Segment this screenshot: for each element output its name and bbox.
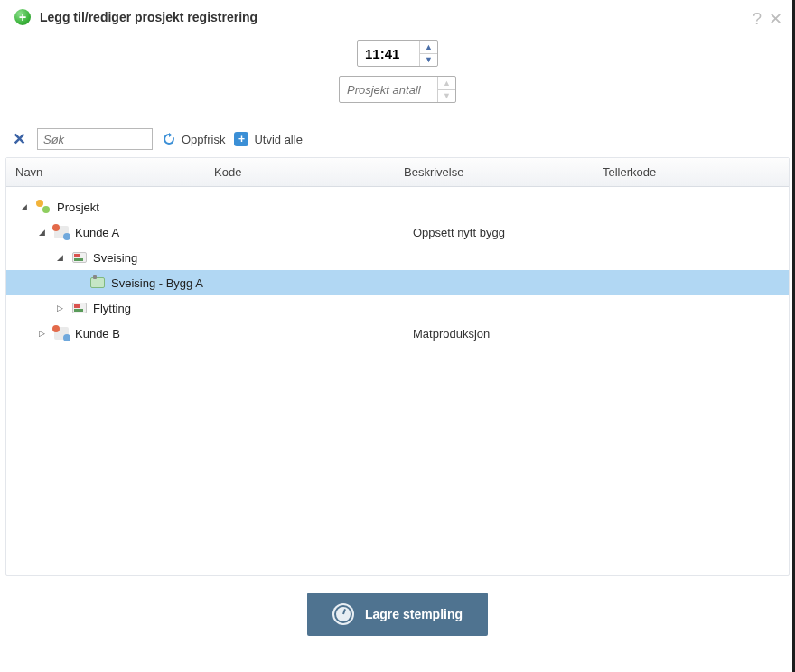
dialog-footer: Lagre stempling	[0, 576, 795, 659]
tree-description: Matproduksjon	[413, 327, 490, 341]
caret-expanded-icon[interactable]: ◢	[39, 228, 48, 237]
help-icon[interactable]: ?	[753, 10, 762, 29]
caret-collapsed-icon[interactable]: ▷	[57, 303, 66, 313]
dialog-title: Legg til/rediger prosjekt registrering	[40, 10, 257, 24]
category-icon	[71, 250, 88, 265]
project-grid: Navn Kode Beskrivelse Tellerkode ◢ Prosj…	[5, 157, 790, 576]
expand-icon: +	[234, 132, 248, 146]
amount-spinner-arrows: ▲ ▼	[437, 77, 455, 102]
tree-label: Sveising - Bygg A	[111, 276, 203, 290]
search-input[interactable]	[37, 128, 153, 150]
refresh-icon	[162, 132, 176, 146]
col-navn[interactable]: Navn	[6, 158, 205, 186]
caret-collapsed-icon[interactable]: ▷	[39, 329, 48, 338]
project-tree: ◢ Prosjekt ◢ Kunde A Oppsett nytt bygg ◢…	[6, 187, 789, 575]
caret-expanded-icon[interactable]: ◢	[57, 253, 66, 262]
tree-description: Oppsett nytt bygg	[413, 226, 505, 239]
tree-label: Prosjekt	[57, 201, 99, 214]
tree-row-prosjekt[interactable]: ◢ Prosjekt	[6, 194, 789, 219]
tree-row-sveising[interactable]: ◢ Sveising	[6, 245, 789, 270]
tree-row-sveising-bygg-a[interactable]: Sveising - Bygg A	[6, 270, 789, 295]
refresh-button[interactable]: Oppfrisk	[162, 132, 225, 146]
time-down-arrow[interactable]: ▼	[420, 53, 437, 67]
customer-icon	[53, 225, 70, 239]
clock-icon	[332, 603, 354, 625]
expand-label: Utvid alle	[254, 133, 302, 146]
time-spinner-arrows: ▲ ▼	[419, 41, 437, 66]
save-stamping-button[interactable]: Lagre stempling	[307, 593, 488, 636]
time-up-arrow[interactable]: ▲	[420, 41, 437, 53]
amount-input	[340, 77, 437, 102]
customer-icon	[53, 326, 70, 341]
amount-spinner: ▲ ▼	[339, 76, 456, 103]
amount-row: ▲ ▼	[0, 76, 795, 123]
task-icon	[89, 275, 106, 290]
caret-expanded-icon[interactable]: ◢	[21, 202, 30, 211]
tree-row-kunde-b[interactable]: ▷ Kunde B Matproduksjon	[6, 321, 789, 346]
expand-all-button[interactable]: + Utvid alle	[234, 132, 302, 146]
col-beskrivelse[interactable]: Beskrivelse	[395, 158, 594, 186]
save-button-label: Lagre stempling	[365, 607, 463, 621]
tree-label: Kunde A	[75, 226, 119, 239]
amount-up-arrow: ▲	[438, 77, 455, 89]
refresh-label: Oppfrisk	[182, 133, 225, 146]
time-spinner[interactable]: ▲ ▼	[357, 40, 438, 67]
tree-label: Flytting	[93, 302, 131, 315]
add-icon: +	[14, 9, 31, 25]
tree-toolbar: ✕ Oppfrisk + Utvid alle	[0, 123, 795, 157]
project-root-icon	[35, 200, 51, 214]
tree-row-flytting[interactable]: ▷ Flytting	[6, 295, 789, 321]
time-row: ▲ ▼	[0, 34, 795, 76]
col-tellerkode[interactable]: Tellerkode	[594, 158, 789, 186]
tree-row-kunde-a[interactable]: ◢ Kunde A Oppsett nytt bygg	[6, 219, 789, 245]
close-icon[interactable]: ✕	[769, 9, 782, 29]
col-kode[interactable]: Kode	[205, 158, 395, 186]
tree-label: Kunde B	[75, 327, 120, 341]
clear-search-icon[interactable]: ✕	[11, 129, 28, 149]
dialog-header: + Legg til/rediger prosjekt registrering…	[0, 0, 795, 34]
grid-header: Navn Kode Beskrivelse Tellerkode	[6, 158, 789, 187]
category-icon	[71, 301, 88, 315]
time-input[interactable]	[358, 41, 419, 66]
tree-label: Sveising	[93, 251, 137, 265]
amount-down-arrow: ▼	[438, 89, 455, 103]
